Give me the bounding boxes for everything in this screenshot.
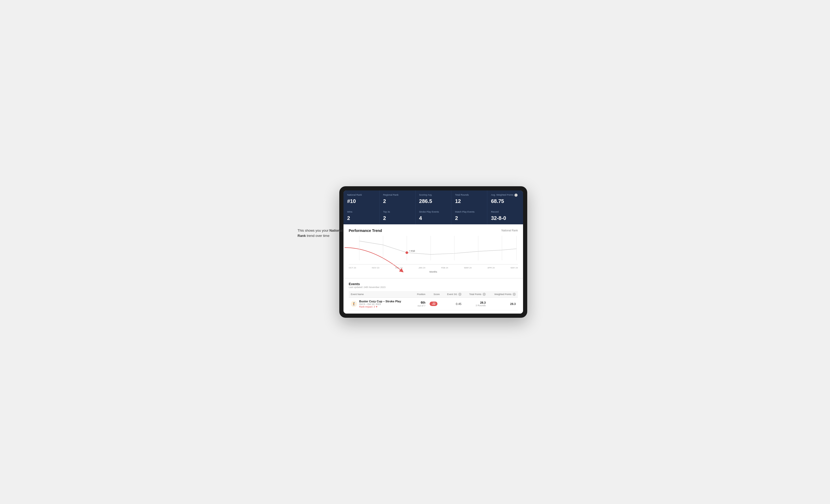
event-total-points-cell: 28.3 3 Rounds bbox=[464, 297, 488, 310]
event-weighted-points-cell: 28.3 bbox=[488, 297, 518, 310]
stat-total-rounds-label: Total Rounds bbox=[455, 194, 483, 197]
stat-regional-rank-value: 2 bbox=[383, 198, 412, 204]
stat-scoring-avg-value: 286.5 bbox=[419, 198, 448, 204]
x-label-jan24: JAN 24 bbox=[418, 267, 425, 269]
stat-record-value: 32-8-0 bbox=[491, 215, 519, 221]
stat-stroke-play-value: 4 bbox=[419, 215, 448, 221]
event-position: 6th bbox=[415, 301, 425, 304]
stat-match-play: Match Play Events 2 bbox=[451, 207, 487, 224]
event-name-cell: 🏌 Buster Cozy Cup – Stroke Play Oct 9 – … bbox=[349, 297, 413, 310]
stat-regional-rank: Regional Rank 2 bbox=[380, 191, 415, 207]
col-event-sg: Event SG i bbox=[442, 291, 464, 298]
performance-section: Performance Trend National Rank bbox=[344, 224, 523, 278]
x-label-dec23: DEC 23 bbox=[395, 267, 403, 269]
event-date: Oct 9 – Oct 10, 2023 bbox=[359, 303, 401, 305]
event-total-rounds: 3 Rounds bbox=[466, 304, 486, 307]
stat-avg-weighted: Avg. Weighted Points i 68.75 bbox=[487, 191, 523, 207]
tablet-screen: National Rank #10 Regional Rank 2 Scorin… bbox=[344, 191, 523, 313]
event-name: Buster Cozy Cup – Stroke Play bbox=[359, 300, 401, 303]
events-title: Events bbox=[349, 282, 518, 286]
event-weighted-points: 28.3 bbox=[510, 302, 516, 305]
stat-stroke-play: Stroke Play Events 4 bbox=[416, 207, 451, 224]
events-table-body: 🏌 Buster Cozy Cup – Stroke Play Oct 9 – … bbox=[349, 297, 518, 310]
event-score-badge: -22 bbox=[429, 302, 438, 306]
stat-wins-label: Wins bbox=[347, 210, 376, 214]
col-weighted-points: Weighted Points i bbox=[488, 291, 518, 298]
chart-svg: • #10 bbox=[349, 236, 518, 264]
col-score: Score bbox=[427, 291, 442, 298]
info-icon-event-sg: i bbox=[458, 293, 461, 296]
annotation-text: This shows you your National Rank trend … bbox=[297, 229, 343, 238]
stat-scoring-avg: Scoring Avg. 286.5 bbox=[416, 191, 451, 207]
events-last-updated: Last updated: 24th November 2023 bbox=[349, 286, 518, 289]
stats-header-row1: National Rank #10 Regional Rank 2 Scorin… bbox=[344, 191, 523, 207]
stat-national-rank-label: National Rank bbox=[347, 194, 376, 197]
stat-top3s-value: 2 bbox=[383, 215, 412, 221]
events-section: Events Last updated: 24th November 2023 … bbox=[344, 278, 523, 313]
stat-avg-weighted-value: 68.75 bbox=[491, 198, 519, 204]
info-icon-avg-weighted: i bbox=[514, 194, 518, 197]
event-details: Buster Cozy Cup – Stroke Play Oct 9 – Oc… bbox=[359, 300, 401, 308]
event-total-points: 28.3 bbox=[466, 301, 486, 304]
stat-regional-rank-label: Regional Rank bbox=[383, 194, 412, 197]
x-label-feb24: FEB 24 bbox=[441, 267, 448, 269]
event-info: 🏌 Buster Cozy Cup – Stroke Play Oct 9 – … bbox=[351, 300, 411, 308]
stat-top3s: Top 3s 2 bbox=[380, 207, 415, 224]
x-label-mar24: MAR 24 bbox=[464, 267, 472, 269]
event-position-sub: out of 7 bbox=[415, 304, 425, 307]
stat-wins-value: 2 bbox=[347, 215, 376, 221]
tablet-device: National Rank #10 Regional Rank 2 Scorin… bbox=[339, 186, 527, 318]
col-event-name: Event Name bbox=[349, 291, 413, 298]
stats-header-row2: Wins 2 Top 3s 2 Stroke Play Events 4 Mat… bbox=[344, 207, 523, 224]
performance-header: Performance Trend National Rank bbox=[349, 229, 518, 233]
rank-impact-arrow: ▼ bbox=[376, 305, 378, 308]
stat-match-play-value: 2 bbox=[455, 215, 483, 221]
x-label-may24: MAY 24 bbox=[511, 267, 518, 269]
events-table: Event Name Position Score Event SG i Tot… bbox=[349, 291, 518, 310]
stat-avg-weighted-label: Avg. Weighted Points i bbox=[491, 194, 519, 197]
event-icon: 🏌 bbox=[351, 301, 357, 307]
stat-total-rounds-value: 12 bbox=[455, 198, 483, 204]
events-table-header: Event Name Position Score Event SG i Tot… bbox=[349, 291, 518, 298]
col-total-points: Total Points i bbox=[464, 291, 488, 298]
event-sg-cell: 0.45 bbox=[442, 297, 464, 310]
x-axis-title: Months bbox=[349, 271, 518, 273]
annotation: This shows you your National Rank trend … bbox=[297, 228, 350, 238]
x-label-oct23: OCT 23 bbox=[349, 267, 356, 269]
x-label-apr24: APR 24 bbox=[487, 267, 495, 269]
x-label-nov23: NOV 23 bbox=[372, 267, 379, 269]
chart-rank-label: • #10 bbox=[410, 250, 415, 252]
stat-scoring-avg-label: Scoring Avg. bbox=[419, 194, 448, 197]
event-rank-impact: Rank Impact: 3 ▼ bbox=[359, 305, 401, 308]
stat-match-play-label: Match Play Events bbox=[455, 210, 483, 214]
col-position: Position bbox=[413, 291, 427, 298]
stat-record: Record 32-8-0 bbox=[487, 207, 523, 224]
event-score-cell: -22 bbox=[427, 297, 442, 310]
performance-chart: • #10 bbox=[349, 236, 518, 265]
performance-title: Performance Trend bbox=[349, 229, 382, 233]
x-axis-labels: OCT 23 NOV 23 DEC 23 JAN 24 FEB 24 MAR 2… bbox=[349, 266, 518, 270]
chart-marker bbox=[406, 251, 408, 254]
event-position-cell: 6th out of 7 bbox=[413, 297, 427, 310]
stat-national-rank: National Rank #10 bbox=[344, 191, 379, 207]
stat-record-label: Record bbox=[491, 210, 519, 214]
stat-national-rank-value: #10 bbox=[347, 198, 376, 204]
table-row: 🏌 Buster Cozy Cup – Stroke Play Oct 9 – … bbox=[349, 297, 518, 310]
stat-stroke-play-label: Stroke Play Events bbox=[419, 210, 448, 214]
outer-wrapper: This shows you your National Rank trend … bbox=[297, 176, 533, 328]
info-icon-weighted-points: i bbox=[513, 293, 516, 296]
info-icon-total-points: i bbox=[483, 293, 486, 296]
stat-total-rounds: Total Rounds 12 bbox=[451, 191, 487, 207]
performance-rank-label: National Rank bbox=[501, 229, 518, 232]
stat-top3s-label: Top 3s bbox=[383, 210, 412, 214]
stat-wins: Wins 2 bbox=[344, 207, 379, 224]
